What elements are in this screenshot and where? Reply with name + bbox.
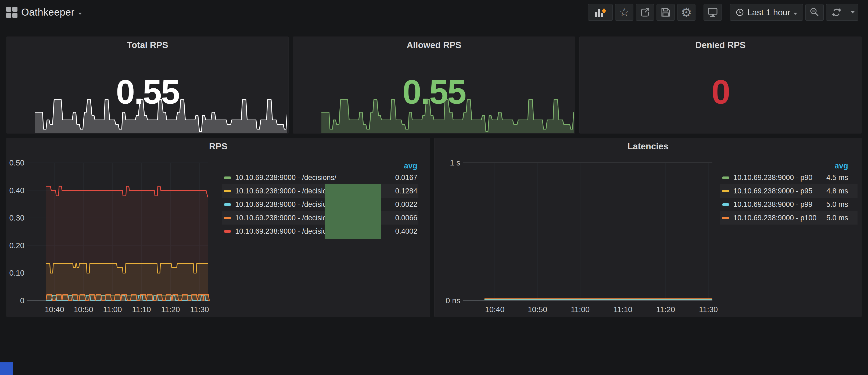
series-name: 10.10.69.238:9000 - p95 <box>733 187 812 195</box>
series-name: 10.10.69.238:9000 - p100 <box>733 214 816 222</box>
stat-value: 0 <box>580 75 861 109</box>
time-range-label: Last 1 hour <box>747 7 790 18</box>
refresh-interval-dropdown[interactable] <box>847 4 858 21</box>
legend-row[interactable]: 10.10.69.238:9000 - p95 4.8 ms <box>720 184 858 198</box>
refresh-icon <box>832 7 842 18</box>
dashboard-header: Oathkeeper ☆ <box>0 0 868 25</box>
refresh-button[interactable] <box>826 4 847 21</box>
svg-text:10:40: 10:40 <box>485 305 505 314</box>
panel-total-rps: Total RPS 0.55 <box>6 36 289 133</box>
series-name: 10.10.69.238:9000 - /decisions/ <box>235 174 336 182</box>
series-color-swatch <box>224 177 231 179</box>
svg-text:11:20: 11:20 <box>656 305 675 314</box>
legend-row[interactable]: 10.10.69.238:9000 - /decisions/ 0.1284 <box>222 184 418 198</box>
save-button[interactable] <box>656 4 675 21</box>
svg-text:11:00: 11:00 <box>103 305 122 314</box>
green-overlay-box <box>324 184 381 239</box>
legend-row[interactable]: 10.10.69.238:9000 - p99 5.0 ms <box>720 198 858 211</box>
series-color-swatch <box>722 204 729 206</box>
cycle-view-mode-button[interactable] <box>704 4 722 21</box>
panel-title[interactable]: Total RPS <box>7 40 288 50</box>
series-avg-value: 5.0 ms <box>826 200 858 209</box>
panel-title[interactable]: Denied RPS <box>580 40 861 50</box>
dashboard-grid-icon <box>6 7 18 18</box>
series-color-swatch <box>224 230 231 232</box>
series-avg-value: 4.8 ms <box>826 187 858 195</box>
svg-text:0.40: 0.40 <box>9 186 25 195</box>
svg-text:10:50: 10:50 <box>528 305 548 314</box>
x-axis-ticks: 10:40 10:50 11:00 11:10 11:20 11:30 <box>44 305 209 314</box>
monitor-icon <box>707 7 718 18</box>
legend-row[interactable]: 10.10.69.238:9000 - p90 4.5 ms <box>720 171 858 184</box>
zoom-out-icon <box>809 7 820 18</box>
latencies-series <box>485 299 712 300</box>
share-button[interactable] <box>636 4 654 21</box>
series-avg-value: 0.0167 <box>395 174 418 182</box>
series-name: 10.10.69.238:9000 - /decisions/ <box>235 227 336 236</box>
legend-row[interactable]: 10.10.69.238:9000 - /decisions/ 0.0022 <box>222 198 418 211</box>
svg-text:11:20: 11:20 <box>161 305 180 314</box>
add-panel-button[interactable] <box>588 4 613 21</box>
svg-text:1 s: 1 s <box>450 158 460 167</box>
svg-text:10:50: 10:50 <box>74 305 93 314</box>
svg-text:11:10: 11:10 <box>132 305 151 314</box>
dashboard-picker[interactable]: Oathkeeper <box>6 7 82 18</box>
blue-corner-square <box>0 363 13 375</box>
panel-latencies-graph: Latencies 1 s 0 ns 10:40 10:50 11:00 11:… <box>434 138 862 317</box>
series-color-swatch <box>722 217 729 219</box>
svg-text:0 ns: 0 ns <box>445 296 460 305</box>
series-name: 10.10.69.238:9000 - /decisions/ <box>235 187 336 195</box>
legend-row[interactable]: 10.10.69.238:9000 - p100 5.0 ms <box>720 211 858 225</box>
legend-row[interactable]: 10.10.69.238:9000 - /decisions/ 0.4002 <box>222 225 418 238</box>
dashboard-title: Oathkeeper <box>21 7 74 18</box>
total-rps-sparkline <box>35 99 287 133</box>
svg-text:10:40: 10:40 <box>44 305 64 314</box>
latencies-legend: avg 10.10.69.238:9000 - p90 4.5 ms 10.10… <box>720 161 858 225</box>
chevron-down-icon <box>851 11 855 13</box>
svg-text:11:00: 11:00 <box>571 305 590 314</box>
series-color-swatch <box>224 204 231 206</box>
panel-denied-rps: Denied RPS 0 <box>579 36 862 133</box>
svg-text:11:30: 11:30 <box>190 305 209 314</box>
svg-text:0.30: 0.30 <box>9 214 25 222</box>
legend-avg-header[interactable]: avg <box>222 161 418 171</box>
legend-row[interactable]: 10.10.69.238:9000 - /decisions/ 0.0066 <box>222 211 418 225</box>
add-panel-icon <box>594 7 606 18</box>
svg-text:11:30: 11:30 <box>699 305 718 314</box>
settings-button[interactable]: ⚙ <box>677 4 695 21</box>
series-color-swatch <box>224 217 231 219</box>
x-axis-ticks: 10:40 10:50 11:00 11:10 11:20 11:30 <box>485 305 718 314</box>
legend-row[interactable]: 10.10.69.238:9000 - /decisions/ 0.0167 <box>222 171 418 184</box>
refresh-button-group <box>826 4 858 21</box>
series-avg-value: 5.0 ms <box>826 214 858 222</box>
rps-legend: avg 10.10.69.238:9000 - /decisions/ 0.01… <box>222 161 418 238</box>
series-name: 10.10.69.238:9000 - /decisions/ <box>235 214 336 222</box>
save-icon <box>660 7 671 18</box>
zoom-out-button[interactable] <box>805 4 824 21</box>
series-name: 10.10.69.238:9000 - p90 <box>733 174 812 182</box>
series-name: 10.10.69.238:9000 - p99 <box>733 200 812 209</box>
y-axis-ticks: 0.50 0.40 0.30 0.20 0.10 0 <box>9 158 25 305</box>
gridlines <box>495 163 708 301</box>
star-icon: ☆ <box>619 7 629 18</box>
series-avg-value: 0.0066 <box>395 214 418 222</box>
time-range-picker[interactable]: Last 1 hour <box>730 4 803 21</box>
svg-text:0.20: 0.20 <box>9 241 25 250</box>
panel-allowed-rps: Allowed RPS 0.55 <box>293 36 575 133</box>
legend-avg-header[interactable]: avg <box>720 161 858 171</box>
svg-text:11:10: 11:10 <box>614 305 632 314</box>
series-name: 10.10.69.238:9000 - /decisions/ <box>235 200 336 209</box>
series-avg-value: 0.4002 <box>395 227 418 236</box>
clock-icon <box>736 8 744 17</box>
rps-series <box>46 186 209 301</box>
series-avg-value: 0.1284 <box>395 187 418 195</box>
svg-text:0.10: 0.10 <box>9 269 25 277</box>
allowed-rps-sparkline <box>321 99 574 133</box>
share-icon <box>640 7 650 18</box>
panel-title[interactable]: Allowed RPS <box>293 40 575 50</box>
gear-icon: ⚙ <box>681 6 692 19</box>
star-button[interactable]: ☆ <box>615 4 633 21</box>
series-color-swatch <box>722 190 729 192</box>
y-axis-ticks: 1 s 0 ns <box>445 158 460 305</box>
series-avg-value: 4.5 ms <box>826 174 858 182</box>
